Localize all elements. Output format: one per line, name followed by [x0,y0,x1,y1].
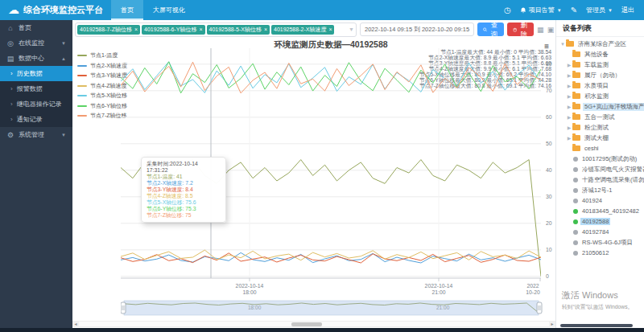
legend-item[interactable]: 节点3-Y轴速度 [77,71,127,81]
tooltip-row: 节点6-Y轴位移: 75.3 [147,206,221,212]
sidebar-item-history-data[interactable]: › 历史数据 [0,66,72,81]
scrollbar-thumb[interactable] [291,322,322,326]
sidebar-item-data-center[interactable]: ▤ 数据中心 ▲ [0,51,72,66]
tree-item-label: 其他设备 [583,51,610,59]
user-menu[interactable]: 管理员 ▼ [586,6,613,14]
chevron-up-icon: ▲ [61,56,66,61]
tree-item[interactable]: 40183445_40192482 [558,206,644,216]
tree-item[interactable]: 10017295(测试勿动) [558,154,644,164]
tree-item[interactable]: 冷链车间电气火灾报警器 [558,164,644,174]
tree-item-label: 济南某综合产业区 [576,40,628,48]
nav-home[interactable]: 首页 [111,0,143,20]
close-icon[interactable]: × [199,27,202,32]
tree-item[interactable]: ceshi [558,143,644,154]
device-tree: ▼济南某综合产业区其他设备▶车载监测▶展厅（勿动）▶水质项目▶积水监测▶5G+岚… [558,39,644,258]
caret-right-icon[interactable]: ▶ [566,114,572,120]
caret-right-icon[interactable]: ▶ [566,93,572,99]
device-status-dot [573,167,578,172]
legend-item[interactable]: 节点6-Y轴位移 [77,101,127,112]
legend-item[interactable]: 节点5-X轴位移 [77,91,127,101]
project-alarm-menu[interactable]: 项目告警 ▼ [520,6,562,14]
caret-right-icon[interactable]: ▶ [566,62,572,68]
tree-item[interactable]: 十路空调电流采集(请勿设置 [558,174,644,185]
horizontal-scrollbar[interactable]: ◂ ▸ [72,321,555,327]
cloud-logo-icon: ☁ [8,0,19,20]
chevron-right-icon: › [10,116,13,123]
caret-right-icon[interactable]: ▶ [566,135,572,141]
tree-item[interactable]: ▶积水监测 [558,91,644,101]
scroll-right-icon[interactable]: ▸ [549,322,555,327]
legend-item[interactable]: 节点7-Z轴位移 [77,111,127,121]
tree-item[interactable]: RS-WS-4G-6J项目 [558,237,644,248]
sidebar-item-system-management[interactable]: ⚙ 系统管理 ▼ [0,127,72,142]
chip-label: 40192588-7-Z轴位移 [80,26,132,34]
caret-right-icon[interactable]: ▶ [566,83,572,88]
tree-item[interactable]: 40192784 [558,227,644,237]
caret-right-icon[interactable]: ▶ [566,72,572,78]
panel-scrollbar-thumb[interactable] [560,324,633,327]
tree-item[interactable]: ▶水质项目 [558,80,644,91]
tree-item[interactable]: ▶车载监测 [558,59,644,70]
delete-button[interactable]: 删除 [507,23,534,36]
tree-item-label: 十路空调电流采集(请勿设置 [580,176,644,184]
tree-item[interactable]: 济城12号-1 [558,185,644,195]
sensor-tag-chip[interactable]: 40192588-2-X轴速度× [271,25,334,35]
device-panel: 设备列表 ▼济南某综合产业区其他设备▶车载监测▶展厅（勿动）▶水质项目▶积水监测… [555,20,644,328]
dataview-icon[interactable]: ▦ [537,26,544,34]
sidebar-submenu: › 历史数据 › 报警数据 › 继电器操作记录 › 通知记录 [0,66,72,127]
edit-icon[interactable]: ✎ [571,6,577,14]
user-label: 管理员 [586,6,605,14]
sensor-tag-chip[interactable]: 40192588-5-X轴位移× [207,25,270,35]
close-icon[interactable]: × [264,27,267,32]
monitor-icon: ◎ [6,39,14,47]
watermark-line2: 转到“设置”以激活 Windows。 [562,303,633,311]
tree-item[interactable]: ▶展厅（勿动） [558,70,644,80]
date-range-input[interactable]: 2022-10-14 09:15 到 2022-10-20 09:15 [360,23,474,36]
caret-right-icon[interactable]: ▶ [566,125,572,130]
legend-item[interactable]: 节点1-温度 [77,51,127,61]
legend-item[interactable]: 节点4-Z轴速度 [77,81,127,92]
sidebar-item-home[interactable]: ⌂ 首页 [0,20,72,35]
image-icon[interactable]: ▣ [547,26,555,34]
close-icon[interactable]: × [134,27,138,32]
scroll-left-icon[interactable]: ◂ [72,322,79,327]
tree-item[interactable]: 其他设备 [558,49,644,59]
datazoom-slider[interactable]: 18:00 21:00 [121,299,543,317]
sidebar-item-online-monitoring[interactable]: ◎ 在线监控 ▼ [0,35,72,51]
legend-swatch [77,95,87,96]
tree-item[interactable]: ▶测试大棚 [558,133,644,143]
tree-item[interactable]: ▶5G+岚山海洋牧场海产品 [558,101,644,112]
legend-swatch [77,115,87,117]
tree-item[interactable]: ▼济南某综合产业区 [558,39,644,49]
caret-right-icon[interactable]: ▶ [566,104,572,109]
tree-item-label: 车载监测 [583,61,610,69]
close-icon[interactable]: × [328,27,332,32]
sidebar-item-notification-records[interactable]: › 通知记录 [0,112,72,127]
tree-item[interactable]: 401924 [558,195,644,206]
tree-item[interactable]: ▶五合一测试 [558,112,644,122]
header-right: ◷ 项目告警 ▼ ✎ 管理员 ▼ 退出 [504,6,644,14]
clock-icon[interactable]: ◷ [504,6,511,14]
tree-item[interactable]: ▶粉尘测试 [558,122,644,133]
device-status-dot [573,188,578,193]
y-axis-tick: 80 [546,61,552,67]
folder-icon [566,41,574,47]
tree-item[interactable]: 40192588 [558,216,644,227]
legend-item[interactable]: 节点2-X轴速度 [77,61,127,72]
sensor-tag-chip[interactable]: 40192588-7-Z轴位移× [77,25,140,35]
x-axis-tick: 2022-10-1421:00 [425,283,453,296]
logout-button[interactable]: 退出 [621,6,634,14]
query-button[interactable]: 查询 [477,23,504,36]
data-icon: ▤ [6,55,14,63]
sidebar-item-alarm-data[interactable]: › 报警数据 [0,81,72,96]
sensor-multiselect[interactable]: 40192588-7-Z轴位移×40192588-6-Y轴位移×40192588… [75,23,357,37]
sensor-tag-chip[interactable]: 40192588-6-Y轴位移× [142,25,204,35]
caret-down-icon[interactable]: ▼ [559,42,566,47]
sidebar-item-label: 通知记录 [17,115,43,124]
tree-item[interactable]: 21050612 [558,248,644,258]
tree-item-label: 10017295(测试勿动) [580,155,638,163]
sidebar-item-relay-records[interactable]: › 继电器操作记录 [0,96,72,112]
sidebar: ⌂ 首页 ◎ 在线监控 ▼ ▤ 数据中心 ▲ › 历史数据 › 报警数据 › 继… [0,20,72,332]
gear-icon: ⚙ [6,131,14,139]
nav-bigscreen[interactable]: 大屏可视化 [143,0,195,20]
